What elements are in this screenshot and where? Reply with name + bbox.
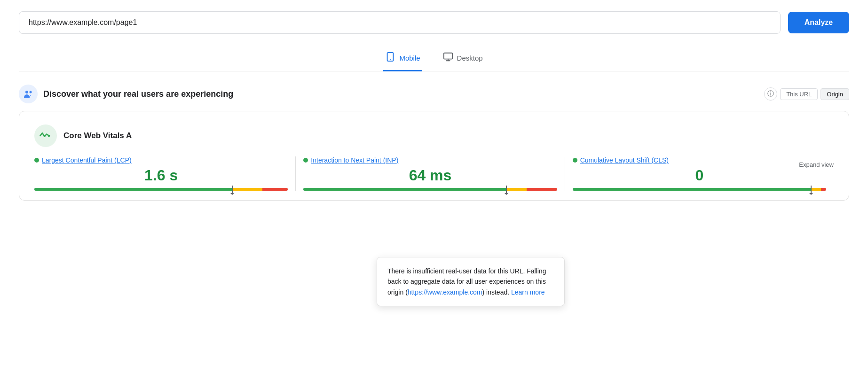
lcp-bar-red — [262, 188, 288, 191]
info-icon[interactable]: ⓘ — [764, 87, 777, 101]
tab-mobile-label: Mobile — [399, 54, 420, 62]
cls-value: 0 — [573, 167, 826, 184]
inp-label[interactable]: Interaction to Next Paint (INP) — [311, 156, 398, 164]
cwv-title: Core Web Vitals A — [63, 131, 132, 140]
inp-dot — [303, 158, 308, 163]
mobile-icon — [385, 52, 395, 64]
desktop-icon — [443, 52, 453, 64]
cls-label-row: Cumulative Layout Shift (CLS) — [573, 156, 826, 164]
section-title-wrap: Discover what your real users are experi… — [19, 85, 233, 103]
origin-toggle[interactable]: Origin — [821, 88, 849, 100]
lcp-value: 1.6 s — [34, 167, 288, 184]
inp-bar-red — [527, 188, 557, 191]
metric-lcp: Largest Contentful Paint (LCP) 1.6 s — [34, 156, 296, 191]
url-origin-toggle: ⓘ This URL Origin — [764, 87, 849, 101]
url-input-wrapper — [19, 11, 781, 34]
this-url-toggle[interactable]: This URL — [780, 88, 818, 100]
lcp-label[interactable]: Largest Contentful Paint (LCP) — [42, 156, 132, 164]
expand-view-link[interactable]: Expand view — [799, 161, 834, 168]
tooltip-text-after: ) instead. — [482, 288, 511, 296]
analyze-button[interactable]: Analyze — [788, 12, 849, 33]
tabs-row: Mobile Desktop — [19, 47, 849, 71]
metric-cls: Cumulative Layout Shift (CLS) 0 — [565, 156, 834, 191]
tab-mobile[interactable]: Mobile — [383, 47, 422, 71]
inp-bar-green — [303, 188, 506, 191]
svg-point-7 — [48, 135, 50, 137]
cwv-icon — [34, 124, 57, 147]
inp-label-row: Interaction to Next Paint (INP) — [303, 156, 557, 164]
inp-bar — [303, 188, 557, 191]
tooltip-learn-more[interactable]: Learn more — [511, 288, 545, 296]
section-title: Discover what your real users are experi… — [43, 89, 233, 99]
lcp-marker — [232, 186, 233, 193]
svg-rect-2 — [443, 53, 452, 59]
cls-bar — [573, 188, 826, 191]
cls-bar-green — [573, 188, 811, 191]
cls-label[interactable]: Cumulative Layout Shift (CLS) — [580, 156, 669, 164]
svg-point-5 — [25, 91, 28, 93]
inp-marker — [506, 186, 507, 193]
cls-marker — [811, 186, 812, 193]
cls-bar-yellow — [811, 188, 821, 191]
svg-point-6 — [30, 91, 32, 93]
tab-desktop-label: Desktop — [457, 54, 483, 62]
lcp-bar-green — [34, 188, 232, 191]
cls-dot — [573, 158, 577, 163]
lcp-label-row: Largest Contentful Paint (LCP) — [34, 156, 288, 164]
inp-bar-yellow — [506, 188, 527, 191]
lcp-bar — [34, 188, 288, 191]
inp-value: 64 ms — [303, 167, 557, 184]
lcp-dot — [34, 158, 39, 163]
section-avatar — [19, 85, 38, 103]
section-header: Discover what your real users are experi… — [19, 85, 849, 103]
cls-bar-red — [821, 188, 826, 191]
metrics-row: Largest Contentful Paint (LCP) 1.6 s Int… — [34, 156, 834, 191]
tab-desktop[interactable]: Desktop — [441, 47, 485, 71]
cwv-header: Core Web Vitals A — [34, 124, 834, 147]
url-bar-row: Analyze — [19, 11, 849, 34]
url-input[interactable] — [29, 18, 771, 27]
tooltip-popup: There is insufficient real-user data for… — [377, 257, 565, 306]
lcp-bar-yellow — [232, 188, 263, 191]
tooltip-link[interactable]: https://www.example.com — [408, 288, 482, 296]
cwv-card: Core Web Vitals A There is insufficient … — [19, 111, 849, 201]
metric-inp: Interaction to Next Paint (INP) 64 ms — [296, 156, 565, 191]
svg-point-8 — [44, 135, 46, 137]
svg-rect-0 — [387, 53, 394, 61]
